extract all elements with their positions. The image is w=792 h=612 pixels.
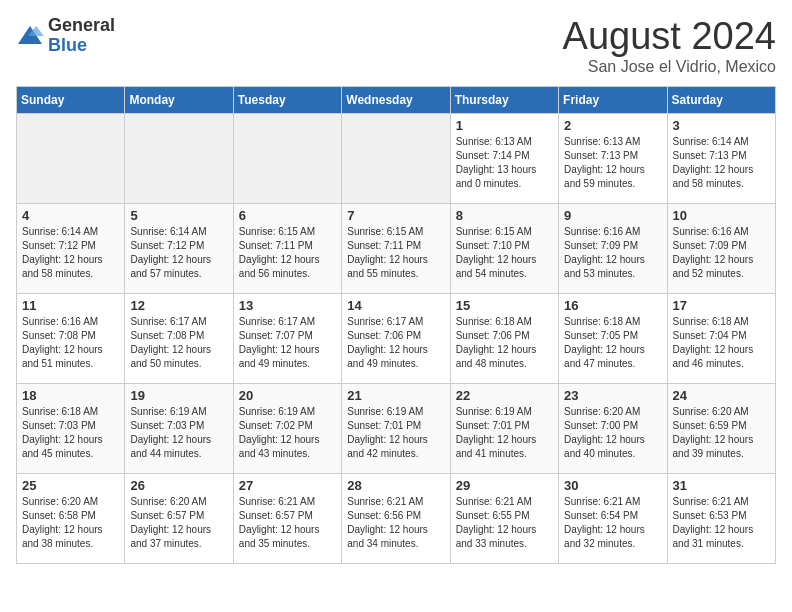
calendar-cell xyxy=(233,113,341,203)
calendar-cell: 21Sunrise: 6:19 AM Sunset: 7:01 PM Dayli… xyxy=(342,383,450,473)
calendar-cell: 3Sunrise: 6:14 AM Sunset: 7:13 PM Daylig… xyxy=(667,113,775,203)
calendar-header: SundayMondayTuesdayWednesdayThursdayFrid… xyxy=(17,86,776,113)
calendar-cell: 16Sunrise: 6:18 AM Sunset: 7:05 PM Dayli… xyxy=(559,293,667,383)
day-number: 19 xyxy=(130,388,227,403)
day-number: 16 xyxy=(564,298,661,313)
day-number: 12 xyxy=(130,298,227,313)
calendar-week-row-3: 11Sunrise: 6:16 AM Sunset: 7:08 PM Dayli… xyxy=(17,293,776,383)
day-info: Sunrise: 6:21 AM Sunset: 6:55 PM Dayligh… xyxy=(456,495,553,551)
day-number: 31 xyxy=(673,478,770,493)
calendar-week-row-1: 1Sunrise: 6:13 AM Sunset: 7:14 PM Daylig… xyxy=(17,113,776,203)
calendar-cell: 7Sunrise: 6:15 AM Sunset: 7:11 PM Daylig… xyxy=(342,203,450,293)
calendar-cell: 14Sunrise: 6:17 AM Sunset: 7:06 PM Dayli… xyxy=(342,293,450,383)
calendar-cell: 8Sunrise: 6:15 AM Sunset: 7:10 PM Daylig… xyxy=(450,203,558,293)
day-number: 30 xyxy=(564,478,661,493)
day-info: Sunrise: 6:16 AM Sunset: 7:09 PM Dayligh… xyxy=(564,225,661,281)
month-title: August 2024 xyxy=(563,16,776,58)
calendar-cell: 4Sunrise: 6:14 AM Sunset: 7:12 PM Daylig… xyxy=(17,203,125,293)
title-block: August 2024 San Jose el Vidrio, Mexico xyxy=(563,16,776,76)
day-info: Sunrise: 6:20 AM Sunset: 6:57 PM Dayligh… xyxy=(130,495,227,551)
day-info: Sunrise: 6:14 AM Sunset: 7:12 PM Dayligh… xyxy=(22,225,119,281)
logo-text: General Blue xyxy=(48,16,115,56)
calendar-cell xyxy=(342,113,450,203)
weekday-header-tuesday: Tuesday xyxy=(233,86,341,113)
day-number: 20 xyxy=(239,388,336,403)
day-info: Sunrise: 6:19 AM Sunset: 7:02 PM Dayligh… xyxy=(239,405,336,461)
day-number: 28 xyxy=(347,478,444,493)
logo-icon xyxy=(16,22,44,50)
day-info: Sunrise: 6:17 AM Sunset: 7:07 PM Dayligh… xyxy=(239,315,336,371)
day-number: 18 xyxy=(22,388,119,403)
page-header: General Blue August 2024 San Jose el Vid… xyxy=(16,16,776,76)
calendar-cell: 9Sunrise: 6:16 AM Sunset: 7:09 PM Daylig… xyxy=(559,203,667,293)
day-number: 24 xyxy=(673,388,770,403)
calendar-cell: 30Sunrise: 6:21 AM Sunset: 6:54 PM Dayli… xyxy=(559,473,667,563)
calendar-cell: 20Sunrise: 6:19 AM Sunset: 7:02 PM Dayli… xyxy=(233,383,341,473)
day-number: 3 xyxy=(673,118,770,133)
day-number: 13 xyxy=(239,298,336,313)
calendar-body: 1Sunrise: 6:13 AM Sunset: 7:14 PM Daylig… xyxy=(17,113,776,563)
weekday-header-friday: Friday xyxy=(559,86,667,113)
day-info: Sunrise: 6:17 AM Sunset: 7:06 PM Dayligh… xyxy=(347,315,444,371)
day-info: Sunrise: 6:14 AM Sunset: 7:12 PM Dayligh… xyxy=(130,225,227,281)
day-number: 23 xyxy=(564,388,661,403)
day-info: Sunrise: 6:21 AM Sunset: 6:56 PM Dayligh… xyxy=(347,495,444,551)
day-number: 4 xyxy=(22,208,119,223)
day-info: Sunrise: 6:18 AM Sunset: 7:03 PM Dayligh… xyxy=(22,405,119,461)
calendar-cell: 28Sunrise: 6:21 AM Sunset: 6:56 PM Dayli… xyxy=(342,473,450,563)
weekday-header-saturday: Saturday xyxy=(667,86,775,113)
day-info: Sunrise: 6:20 AM Sunset: 6:59 PM Dayligh… xyxy=(673,405,770,461)
weekday-header-sunday: Sunday xyxy=(17,86,125,113)
day-number: 10 xyxy=(673,208,770,223)
calendar-cell: 10Sunrise: 6:16 AM Sunset: 7:09 PM Dayli… xyxy=(667,203,775,293)
day-info: Sunrise: 6:16 AM Sunset: 7:09 PM Dayligh… xyxy=(673,225,770,281)
calendar-week-row-4: 18Sunrise: 6:18 AM Sunset: 7:03 PM Dayli… xyxy=(17,383,776,473)
day-info: Sunrise: 6:19 AM Sunset: 7:01 PM Dayligh… xyxy=(456,405,553,461)
calendar-cell xyxy=(125,113,233,203)
calendar-cell: 29Sunrise: 6:21 AM Sunset: 6:55 PM Dayli… xyxy=(450,473,558,563)
day-number: 14 xyxy=(347,298,444,313)
day-info: Sunrise: 6:18 AM Sunset: 7:06 PM Dayligh… xyxy=(456,315,553,371)
calendar-cell: 18Sunrise: 6:18 AM Sunset: 7:03 PM Dayli… xyxy=(17,383,125,473)
calendar-cell: 25Sunrise: 6:20 AM Sunset: 6:58 PM Dayli… xyxy=(17,473,125,563)
calendar-cell: 24Sunrise: 6:20 AM Sunset: 6:59 PM Dayli… xyxy=(667,383,775,473)
calendar-cell: 19Sunrise: 6:19 AM Sunset: 7:03 PM Dayli… xyxy=(125,383,233,473)
day-info: Sunrise: 6:19 AM Sunset: 7:01 PM Dayligh… xyxy=(347,405,444,461)
calendar-cell: 12Sunrise: 6:17 AM Sunset: 7:08 PM Dayli… xyxy=(125,293,233,383)
calendar-cell: 13Sunrise: 6:17 AM Sunset: 7:07 PM Dayli… xyxy=(233,293,341,383)
day-number: 15 xyxy=(456,298,553,313)
calendar-table: SundayMondayTuesdayWednesdayThursdayFrid… xyxy=(16,86,776,564)
day-info: Sunrise: 6:20 AM Sunset: 6:58 PM Dayligh… xyxy=(22,495,119,551)
day-number: 6 xyxy=(239,208,336,223)
day-number: 2 xyxy=(564,118,661,133)
day-info: Sunrise: 6:13 AM Sunset: 7:13 PM Dayligh… xyxy=(564,135,661,191)
day-info: Sunrise: 6:16 AM Sunset: 7:08 PM Dayligh… xyxy=(22,315,119,371)
day-info: Sunrise: 6:15 AM Sunset: 7:11 PM Dayligh… xyxy=(239,225,336,281)
calendar-cell: 22Sunrise: 6:19 AM Sunset: 7:01 PM Dayli… xyxy=(450,383,558,473)
day-info: Sunrise: 6:17 AM Sunset: 7:08 PM Dayligh… xyxy=(130,315,227,371)
calendar-cell: 15Sunrise: 6:18 AM Sunset: 7:06 PM Dayli… xyxy=(450,293,558,383)
calendar-week-row-2: 4Sunrise: 6:14 AM Sunset: 7:12 PM Daylig… xyxy=(17,203,776,293)
day-number: 5 xyxy=(130,208,227,223)
calendar-cell: 5Sunrise: 6:14 AM Sunset: 7:12 PM Daylig… xyxy=(125,203,233,293)
day-info: Sunrise: 6:21 AM Sunset: 6:54 PM Dayligh… xyxy=(564,495,661,551)
day-info: Sunrise: 6:14 AM Sunset: 7:13 PM Dayligh… xyxy=(673,135,770,191)
weekday-header-monday: Monday xyxy=(125,86,233,113)
day-number: 26 xyxy=(130,478,227,493)
day-info: Sunrise: 6:18 AM Sunset: 7:04 PM Dayligh… xyxy=(673,315,770,371)
day-number: 27 xyxy=(239,478,336,493)
day-info: Sunrise: 6:21 AM Sunset: 6:53 PM Dayligh… xyxy=(673,495,770,551)
logo: General Blue xyxy=(16,16,115,56)
calendar-cell: 31Sunrise: 6:21 AM Sunset: 6:53 PM Dayli… xyxy=(667,473,775,563)
day-number: 7 xyxy=(347,208,444,223)
calendar-cell: 6Sunrise: 6:15 AM Sunset: 7:11 PM Daylig… xyxy=(233,203,341,293)
day-info: Sunrise: 6:13 AM Sunset: 7:14 PM Dayligh… xyxy=(456,135,553,191)
day-number: 1 xyxy=(456,118,553,133)
day-number: 29 xyxy=(456,478,553,493)
location-subtitle: San Jose el Vidrio, Mexico xyxy=(563,58,776,76)
calendar-week-row-5: 25Sunrise: 6:20 AM Sunset: 6:58 PM Dayli… xyxy=(17,473,776,563)
day-number: 9 xyxy=(564,208,661,223)
day-info: Sunrise: 6:18 AM Sunset: 7:05 PM Dayligh… xyxy=(564,315,661,371)
calendar-cell: 27Sunrise: 6:21 AM Sunset: 6:57 PM Dayli… xyxy=(233,473,341,563)
logo-blue-text: Blue xyxy=(48,36,115,56)
